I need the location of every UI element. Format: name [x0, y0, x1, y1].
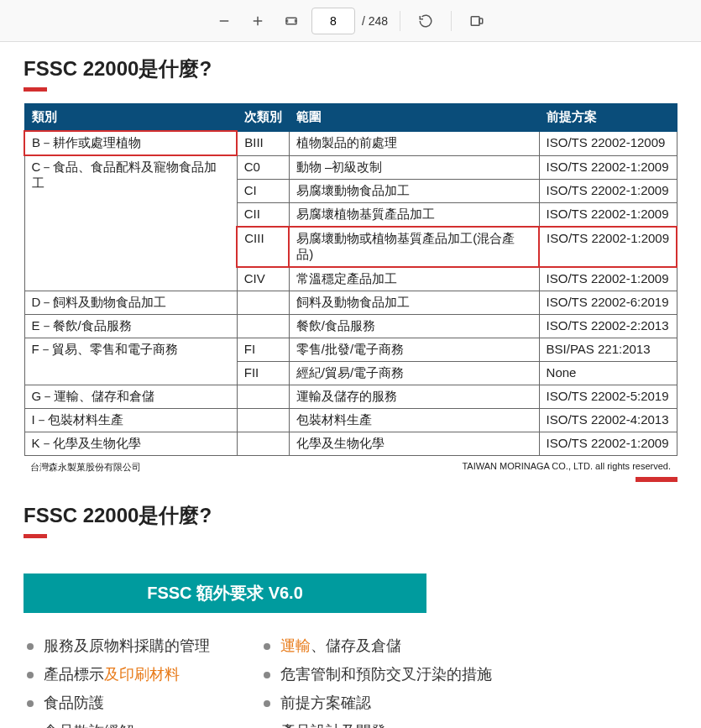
- cell-subcategory: CII: [237, 202, 289, 227]
- cell-program: ISO/TS 22002-6:2019: [539, 291, 677, 314]
- slide-2: FSSC 22000是什麼? FSSC 額外要求 V6.0 服務及原物料採購的管…: [15, 489, 686, 729]
- svg-rect-4: [471, 16, 479, 25]
- pdf-toolbar: / 248: [0, 0, 701, 42]
- cell-category: C－食品、食品配料及寵物食品加工: [24, 155, 237, 291]
- cell-subcategory: [237, 432, 289, 455]
- table-row: I－包裝材料生產包裝材料生產ISO/TS 22002-4:2013: [24, 408, 677, 432]
- table-header: 前提方案: [539, 104, 677, 132]
- cell-category: K－化學及生物化學: [24, 432, 237, 455]
- cell-scope: 植物製品的前處理: [289, 131, 539, 155]
- cell-scope: 經紀/貿易/電子商務: [289, 361, 539, 385]
- cell-scope: 零售/批發/電子商務: [289, 338, 539, 361]
- list-item: 食品欺詐緩解: [24, 717, 210, 729]
- toolbar-divider: [451, 11, 452, 31]
- cell-program: ISO/TS 22002-4:2013: [539, 408, 677, 432]
- requirements-left-col: 服務及原物料採購的管理產品標示及印刷材料食品防護食品欺詐緩解標誌使用過敏原管理: [24, 631, 210, 729]
- cell-scope: 常溫穩定產品加工: [289, 267, 539, 291]
- read-aloud-button[interactable]: [463, 8, 490, 34]
- fit-width-button[interactable]: [278, 8, 305, 34]
- cell-subcategory: [237, 314, 289, 338]
- page-title: FSSC 22000是什麼?: [24, 502, 677, 529]
- cell-scope: 易腐壞動物食品加工: [289, 179, 539, 202]
- cell-subcategory: FI: [237, 338, 289, 361]
- cell-program: ISO/TS 22002-5:2019: [539, 385, 677, 408]
- svg-rect-3: [286, 18, 296, 24]
- cell-category: I－包裝材料生產: [24, 408, 237, 432]
- list-item: 服務及原物料採購的管理: [24, 631, 210, 660]
- cell-category: F－貿易、零售和電子商務: [24, 338, 237, 385]
- svg-rect-5: [479, 18, 483, 24]
- list-item: 危害管制和預防交叉汙染的措施: [260, 660, 492, 689]
- cell-scope: 易腐壞動物或植物基質產品加工(混合產品): [289, 227, 539, 267]
- table-row: K－化學及生物化學化學及生物化學ISO/TS 22002-1:2009: [24, 432, 677, 455]
- cell-scope: 動物 –初級改制: [289, 155, 539, 179]
- cell-scope: 包裝材料生產: [289, 408, 539, 432]
- footer-company-en: TAIWAN MORINAGA CO., LTD. all rights res…: [462, 461, 671, 474]
- list-item: 產品標示及印刷材料: [24, 660, 210, 689]
- table-row: B－耕作或處理植物BIII植物製品的前處理ISO/TS 22002-12009: [24, 131, 677, 155]
- cell-subcategory: [237, 291, 289, 314]
- cell-program: None: [539, 361, 677, 385]
- cell-subcategory: FII: [237, 361, 289, 385]
- cell-program: ISO/TS 22002-1:2009: [539, 202, 677, 227]
- cell-program: ISO/TS 22002-12009: [539, 131, 677, 155]
- table-row: C－食品、食品配料及寵物食品加工C0動物 –初級改制ISO/TS 22002-1…: [24, 155, 677, 179]
- table-row: E－餐飲/食品服務餐飲/食品服務ISO/TS 22002-2:2013: [24, 314, 677, 338]
- cell-scope: 運輸及儲存的服務: [289, 385, 539, 408]
- zoom-out-button[interactable]: [211, 8, 238, 34]
- slide-footer: 台灣森永製菓股份有限公司 TAIWAN MORINAGA CO., LTD. a…: [24, 456, 677, 474]
- extra-req-banner: FSSC 額外要求 V6.0: [24, 573, 426, 613]
- cell-program: ISO/TS 22002-1:2009: [539, 432, 677, 455]
- cell-category: E－餐飲/食品服務: [24, 314, 237, 338]
- cell-subcategory: CIII: [237, 227, 289, 267]
- highlighted-text: 運輸: [280, 637, 311, 654]
- cell-category: D－飼料及動物食品加工: [24, 291, 237, 314]
- cell-subcategory: CIV: [237, 267, 289, 291]
- cell-program: ISO/TS 22002-1:2009: [539, 267, 677, 291]
- table-header: 次類別: [237, 104, 289, 132]
- list-item: 運輸、儲存及倉儲: [260, 631, 492, 660]
- table-row: F－貿易、零售和電子商務FI零售/批發/電子商務BSI/PAS 221:2013: [24, 338, 677, 361]
- requirements-columns: 服務及原物料採購的管理產品標示及印刷材料食品防護食品欺詐緩解標誌使用過敏原管理 …: [24, 631, 677, 729]
- cell-scope: 易腐壞植物基質產品加工: [289, 202, 539, 227]
- highlighted-text: 及印刷材料: [104, 666, 180, 683]
- cell-program: ISO/TS 22002-1:2009: [539, 179, 677, 202]
- cell-program: BSI/PAS 221:2013: [539, 338, 677, 361]
- cell-program: ISO/TS 22002-1:2009: [539, 227, 677, 267]
- table-header: 類別: [24, 104, 237, 132]
- footer-company-zh: 台灣森永製菓股份有限公司: [30, 461, 141, 474]
- table-row: G－運輸、儲存和倉儲運輸及儲存的服務ISO/TS 22002-5:2019: [24, 385, 677, 408]
- cell-category: B－耕作或處理植物: [24, 131, 237, 155]
- page-title: FSSC 22000是什麼?: [24, 55, 677, 82]
- cell-program: ISO/TS 22002-2:2013: [539, 314, 677, 338]
- footer-red-strip: [636, 477, 677, 482]
- cell-program: ISO/TS 22002-1:2009: [539, 155, 677, 179]
- title-underline: [24, 87, 47, 92]
- list-item: 食品防護: [24, 689, 210, 717]
- list-item: 產品設計及開發: [260, 717, 492, 729]
- cell-category: G－運輸、儲存和倉儲: [24, 385, 237, 408]
- cell-subcategory: C0: [237, 155, 289, 179]
- title-underline: [24, 534, 47, 538]
- toolbar-divider: [400, 11, 400, 31]
- cell-subcategory: BIII: [237, 131, 289, 155]
- slide-1: FSSC 22000是什麼? 類別次類別範圍前提方案 B－耕作或處理植物BIII…: [15, 42, 686, 489]
- table-row: D－飼料及動物食品加工飼料及動物食品加工ISO/TS 22002-6:2019: [24, 291, 677, 314]
- cell-subcategory: [237, 385, 289, 408]
- cell-subcategory: [237, 408, 289, 432]
- cell-scope: 化學及生物化學: [289, 432, 539, 455]
- fssc-table: 類別次類別範圍前提方案 B－耕作或處理植物BIII植物製品的前處理ISO/TS …: [24, 103, 677, 456]
- rotate-button[interactable]: [412, 8, 439, 34]
- zoom-in-button[interactable]: [244, 8, 271, 34]
- page-content: FSSC 22000是什麼? 類別次類別範圍前提方案 B－耕作或處理植物BIII…: [0, 42, 701, 728]
- page-total: / 248: [362, 14, 388, 28]
- table-header: 範圍: [289, 104, 539, 132]
- cell-scope: 飼料及動物食品加工: [289, 291, 539, 314]
- cell-scope: 餐飲/食品服務: [289, 314, 539, 338]
- cell-subcategory: CI: [237, 179, 289, 202]
- page-number-input[interactable]: [311, 8, 355, 34]
- list-item: 前提方案確認: [260, 689, 492, 717]
- requirements-right-col: 運輸、儲存及倉儲危害管制和預防交叉汙染的措施前提方案確認產品設計及開發健康狀況設…: [260, 631, 492, 729]
